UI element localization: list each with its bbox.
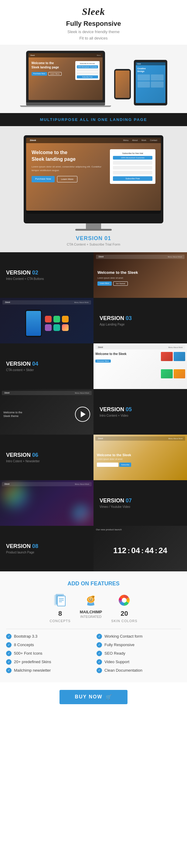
feature-responsive: ✓ Fully Responsive xyxy=(97,642,181,648)
features-right: ✓ Working Contact form ✓ Fully Responsiv… xyxy=(97,634,181,673)
concepts-feature: 8 CONCEPTS xyxy=(50,593,71,623)
features-list: ✓ Bootstrap 3.3 ✓ 8 Concepts ✓ 500+ Font… xyxy=(6,634,181,673)
version-grid: VERSION 02 Intro Content + CTA Buttons S… xyxy=(0,252,187,571)
version-label: VERSION 01 CTA Content + Subscribe Trial… xyxy=(67,235,120,246)
version-06-label: VERSION 06 Intro Cotent + Newsletter xyxy=(0,435,94,480)
check-icon: ✓ xyxy=(97,659,102,665)
version-06-preview: Sleek Menu About Work Welcome to the Sle… xyxy=(94,435,187,480)
check-icon: ✓ xyxy=(6,651,11,656)
svg-point-10 xyxy=(92,597,94,597)
buy-button[interactable]: BUY NOW 🛒 xyxy=(60,690,127,704)
version-04-label: VERSION 04 CTA content + Slider xyxy=(0,343,94,389)
version-05-label: VERSION 05 Intro Content + Video xyxy=(94,389,187,435)
phone-mockup xyxy=(114,69,131,99)
svg-point-8 xyxy=(89,599,90,600)
main-title: Fully Responsive xyxy=(3,20,184,28)
check-icon: ✓ xyxy=(97,642,102,648)
version-07-preview: Sleek Menu About Work xyxy=(0,480,94,526)
version-02-preview: Sleek Menu About Work Welcome to the Sle… xyxy=(94,252,187,298)
svg-point-12 xyxy=(122,598,126,603)
features-title: ADD ON FEATURES xyxy=(6,581,181,587)
check-icon: ✓ xyxy=(97,668,102,673)
check-icon: ✓ xyxy=(6,642,11,648)
feature-bootstrap: ✓ Bootstrap 3.3 xyxy=(6,634,90,639)
colors-feature: 20 SKIN COLORS xyxy=(111,593,137,623)
device-mockups: Sleek Menu Welcome to theSleek landing p… xyxy=(0,45,187,113)
tablet-mockup: Sleek CreativeDesign xyxy=(134,60,167,105)
header-subtitle: Sleek is device friendly theme Fit to al… xyxy=(3,29,184,42)
feature-mailchimp: ✓ Mailchimp newsletter xyxy=(6,668,90,673)
feature-seo: ✓ SEO Ready xyxy=(97,651,181,656)
version-04-preview: Sleek Menu About Work Welcome to the Sle… xyxy=(94,343,187,389)
mailchimp-label: MAILCHIMPINTEGRATED xyxy=(80,610,102,619)
banner: MULTIPURPOSE ALL IN ONE LANDING PAGE xyxy=(0,113,187,126)
feature-fonticons: ✓ 500+ Font Icons xyxy=(6,651,90,656)
version-07-label: VERSION 07 Vimeo / Youtube Video xyxy=(94,480,187,526)
check-icon: ✓ xyxy=(6,659,11,665)
mailchimp-icon xyxy=(83,593,98,608)
version-08-label: VERSION 08 Product launch Page xyxy=(0,526,94,571)
features-left: ✓ Bootstrap 3.3 ✓ 8 Concepts ✓ 500+ Font… xyxy=(6,634,90,673)
monitor-mockup: Sleek MenuAboutWorkContact Welcome to th… xyxy=(24,135,163,223)
feature-concepts: ✓ 8 Concepts xyxy=(6,642,90,648)
svg-point-9 xyxy=(91,599,92,600)
version-03-label: VERSION 03 App Landing Page xyxy=(94,298,187,343)
feature-contact: ✓ Working Contact form xyxy=(97,634,181,639)
check-icon: ✓ xyxy=(97,651,102,656)
divider xyxy=(6,629,181,629)
version-02-label: VERSION 02 Intro Content + CTA Buttons xyxy=(0,252,94,298)
concepts-icon xyxy=(52,593,68,608)
svg-rect-2 xyxy=(58,596,65,606)
cart-icon: 🛒 xyxy=(106,694,112,700)
version-05-preview: Sleek Menu About Work Welcome to theSlee… xyxy=(0,389,94,435)
check-icon: ✓ xyxy=(97,634,102,639)
feature-skins: ✓ 20+ predefined Skins xyxy=(6,659,90,665)
version-03-preview: Sleek Menu About Work xyxy=(0,298,94,343)
banner-text: MULTIPURPOSE ALL IN ONE LANDING PAGE xyxy=(4,117,183,122)
feature-video: ✓ Video Support xyxy=(97,659,181,665)
buy-section: BUY NOW 🛒 xyxy=(0,682,187,712)
mailchimp-feature: MAILCHIMPINTEGRATED xyxy=(80,593,102,623)
feature-docs: ✓ Clean Documentation xyxy=(97,668,181,673)
check-icon: ✓ xyxy=(6,668,11,673)
features-icons: 8 CONCEPTS MAILCHIMPINTEGRATED xyxy=(6,593,181,623)
laptop-mockup: Sleek Menu Welcome to theSleek landing p… xyxy=(26,51,105,102)
monitor-section: Sleek MenuAboutWorkContact Welcome to th… xyxy=(0,126,187,252)
check-icon: ✓ xyxy=(6,634,11,639)
logo: Sleek xyxy=(3,6,184,17)
header: Sleek Fully Responsive Sleek is device f… xyxy=(0,0,187,45)
features-section: ADD ON FEATURES 8 CONCEPTS xyxy=(0,571,187,682)
version-08-preview: Our new product launch 112 : 04 : 44 : xyxy=(94,526,187,571)
colors-icon xyxy=(117,593,132,608)
